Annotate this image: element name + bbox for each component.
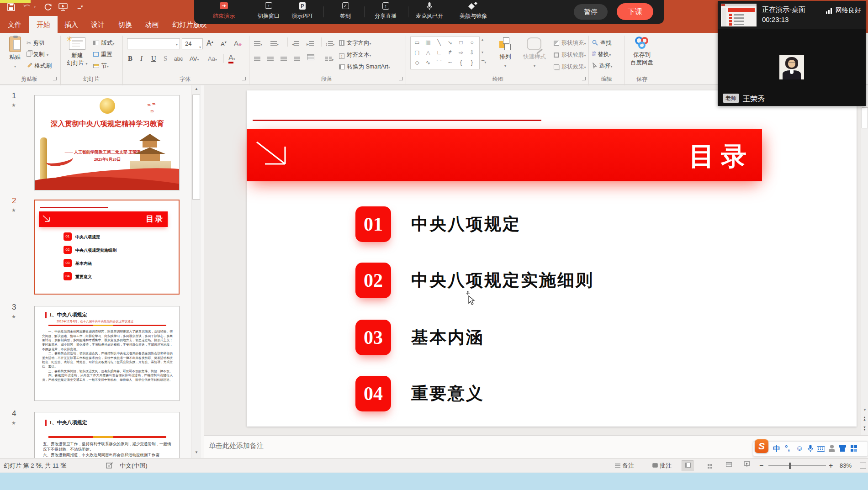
ime-chinese-mode-icon[interactable]: 中 xyxy=(773,444,780,454)
slideshow-view-button[interactable] xyxy=(741,460,753,471)
shape-glyph[interactable]: ╲ xyxy=(434,37,445,47)
shape-glyph[interactable]: ⇩ xyxy=(466,47,477,58)
paragraph-dialog-launcher-icon[interactable] xyxy=(399,77,403,80)
panel-scroll-thumb[interactable] xyxy=(192,95,200,200)
shape-glyph[interactable]: □ xyxy=(455,37,466,47)
ime-voice-icon[interactable] xyxy=(808,445,813,453)
reading-view-button[interactable] xyxy=(723,460,735,471)
scroll-up-icon[interactable]: ▲ xyxy=(195,87,198,91)
font-name-combo[interactable]: ▾ xyxy=(127,38,180,49)
change-case-button[interactable]: Aa▾ xyxy=(208,55,217,62)
language-indicator[interactable]: 中文(中国) xyxy=(120,462,148,470)
align-text-button[interactable]: ↕ 对齐文本▾ xyxy=(339,50,371,59)
zoom-slider-track[interactable] xyxy=(768,465,826,466)
previous-slide-icon[interactable]: ▲▲ xyxy=(863,416,866,421)
toc-item-label[interactable]: 中央八项规定实施细则 xyxy=(411,263,594,298)
normal-view-button[interactable] xyxy=(682,460,693,471)
shape-glyph[interactable]: ∟ xyxy=(434,47,445,58)
zoom-level[interactable]: 83% xyxy=(840,460,852,471)
toc-item-label[interactable]: 基本内涵 xyxy=(411,320,484,355)
tab-design[interactable]: 设计 xyxy=(85,16,111,33)
italic-button[interactable]: I xyxy=(140,55,143,63)
strikethrough-button[interactable]: abc xyxy=(174,56,183,62)
shape-glyph[interactable]: ▭ xyxy=(412,37,423,47)
ime-skin-icon[interactable] xyxy=(839,445,846,452)
slide-thumbnail-4[interactable]: 1、中央八项规定 五、要改进警卫工作，坚持有利于联系群众的原则，减少交通管制，一… xyxy=(34,412,180,458)
underline-button[interactable]: U xyxy=(151,55,156,63)
toc-item-badge[interactable]: 04 xyxy=(355,376,391,411)
bold-button[interactable]: B xyxy=(128,55,132,63)
pause-button[interactable]: 暂停 xyxy=(574,4,608,20)
toc-item-label[interactable]: 中央八项规定 xyxy=(411,206,521,242)
increase-indent-icon[interactable]: ▸ xyxy=(307,39,314,47)
tab-transitions[interactable]: 切换 xyxy=(112,16,138,33)
shape-glyph[interactable]: ∿ xyxy=(423,58,434,68)
decrease-indent-icon[interactable]: ◂ xyxy=(292,39,299,47)
shape-glyph[interactable]: △ xyxy=(423,47,434,58)
line-spacing-button[interactable]: ↕▾ xyxy=(325,39,335,47)
ime-keyboard-icon[interactable] xyxy=(817,446,825,452)
replace-button[interactable]: abac 替换▾ xyxy=(592,50,611,58)
smartart-button[interactable]: 转换为 SmartArt▾ xyxy=(339,62,390,71)
shape-glyph[interactable]: ∼ xyxy=(445,58,455,68)
increase-font-icon[interactable]: A▴ xyxy=(206,39,213,47)
reset-button[interactable]: 重置 xyxy=(93,50,112,58)
spellcheck-icon[interactable] xyxy=(106,462,113,469)
align-center-icon[interactable] xyxy=(267,55,274,63)
main-scrollbar[interactable]: ▲ ▼ ▲▲ ▼▼ xyxy=(861,85,868,435)
clear-formatting-icon[interactable]: A◆ xyxy=(234,39,242,47)
shape-glyph[interactable]: ◇ xyxy=(412,58,423,68)
shape-glyph[interactable]: ▢ xyxy=(412,47,423,58)
comments-toggle-button[interactable]: 批注 xyxy=(652,460,672,471)
slide-sorter-view-button[interactable] xyxy=(704,460,716,471)
shape-glyph[interactable]: } xyxy=(466,58,477,68)
shape-glyph[interactable]: ↘ xyxy=(445,37,455,47)
toc-item-label[interactable]: 重要意义 xyxy=(411,376,484,411)
tab-file[interactable]: 文件 xyxy=(4,16,26,33)
bullets-button[interactable]: ▾ xyxy=(254,39,262,47)
justify-icon[interactable] xyxy=(294,55,300,63)
tab-insert[interactable]: 插入 xyxy=(58,16,84,33)
toc-item-badge[interactable]: 02 xyxy=(355,263,391,298)
section-button[interactable]: 节▾ xyxy=(93,61,109,70)
font-size-combo[interactable]: 24▾ xyxy=(182,38,203,49)
next-slide-icon[interactable]: ▼▼ xyxy=(863,426,866,431)
clipboard-dialog-launcher-icon[interactable] xyxy=(53,77,57,80)
slide-thumbnail-2-selected[interactable]: 目录 01 中央八项规定 02 中央八项规定实施细则 03 基本内涵 04 重要… xyxy=(34,200,180,295)
slide-thumbnail-3[interactable]: 1、中央八项规定 2012年12月4日，在十八届中共中央政治局会议上审议通过 一… xyxy=(34,306,180,401)
shapes-more-icon[interactable]: ▔▾ xyxy=(482,60,486,64)
scroll-down-icon[interactable]: ▼ xyxy=(195,450,198,454)
new-slide-button[interactable]: ✳ 新建 幻灯片 ▾ xyxy=(64,36,90,78)
font-color-button[interactable]: A▾ xyxy=(228,54,235,62)
microphone-on-button[interactable]: 麦克风已开 xyxy=(409,2,450,20)
customize-quick-access-icon[interactable]: ▁▾ xyxy=(78,4,83,14)
shape-glyph[interactable]: ⇨ xyxy=(455,47,466,58)
format-painter-button[interactable]: 格式刷 xyxy=(26,61,52,70)
tab-animations[interactable]: 动画 xyxy=(139,16,164,33)
shape-outline-button[interactable]: 形状轮廓▾ xyxy=(554,50,586,59)
shape-glyph[interactable]: ↱ xyxy=(445,47,455,58)
numbering-button[interactable]: ▾ xyxy=(270,39,279,47)
end-class-button[interactable]: 下课 xyxy=(617,3,653,20)
main-scroll-thumb[interactable] xyxy=(862,107,868,128)
sogou-logo-icon[interactable]: S xyxy=(755,439,768,453)
toc-item-badge[interactable]: 03 xyxy=(355,320,391,355)
ime-toolbox-person-icon[interactable] xyxy=(829,445,835,452)
presentation-mini-preview[interactable] xyxy=(721,4,757,26)
quick-styles-button[interactable]: 快速样式 ▾ xyxy=(519,37,550,69)
beauty-mirror-button[interactable]: 美颜与镜像 xyxy=(453,2,494,20)
text-shadow-button[interactable]: S xyxy=(164,55,167,63)
select-button[interactable]: 选择▾ xyxy=(592,61,612,70)
shape-glyph[interactable]: ▥ xyxy=(423,37,434,47)
save-to-baidu-button[interactable]: 保存到 百度网盘 xyxy=(626,36,658,67)
decrease-font-icon[interactable]: A▾ xyxy=(221,40,227,47)
zoom-out-button[interactable]: − xyxy=(759,460,763,471)
slide-thumbnail-1[interactable]: ≈ ≈ ≈ 深入贯彻中央八项规定精神学习教育 —— 人工智能学院教工第二党支部 … xyxy=(34,95,180,190)
ime-punctuation-icon[interactable]: °, xyxy=(785,444,790,453)
scroll-down-icon[interactable]: ▼ xyxy=(863,408,867,412)
shape-glyph[interactable]: ⌒ xyxy=(434,58,445,68)
end-presentation-button[interactable]: ➔ 结束演示 xyxy=(203,2,244,20)
present-ppt-button[interactable]: P 演示PPT xyxy=(282,2,323,20)
shape-glyph[interactable]: { xyxy=(455,58,466,68)
ime-emoji-icon[interactable]: ☺ xyxy=(796,444,803,453)
